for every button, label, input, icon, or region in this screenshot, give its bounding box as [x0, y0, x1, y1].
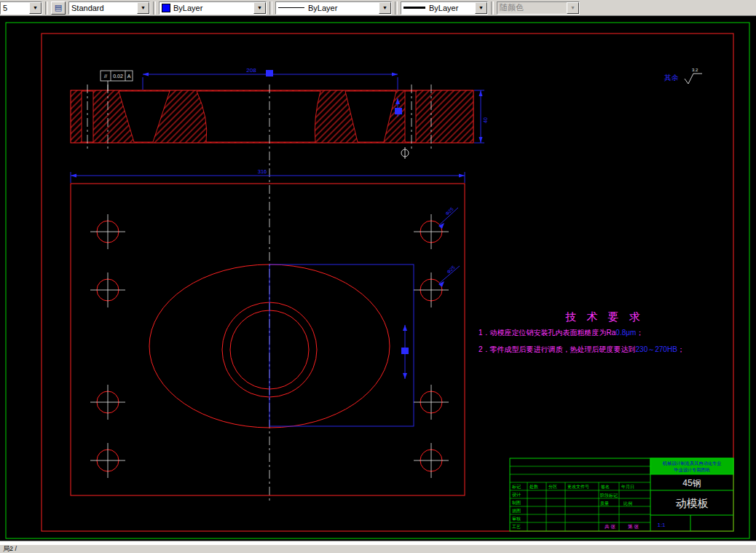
school-line-2: 毕业设计专用图纸 — [673, 467, 710, 473]
label-design: 设计 — [512, 492, 521, 497]
label-trace: 描图 — [512, 509, 521, 514]
tech-title: 技 术 要 求 — [565, 310, 644, 323]
lineweight-combo-value: ByLayer — [429, 4, 473, 12]
drawing-canvas[interactable]: // 0.02 A 208 316 40 — [0, 16, 756, 541]
linetype-combo-value: ByLayer — [308, 4, 377, 12]
section-mark-icon — [401, 147, 409, 159]
material-value: 45钢 — [682, 478, 701, 488]
color-combo[interactable]: ByLayer ▼ — [159, 1, 267, 15]
hole-leader: Φ25 — [438, 206, 458, 229]
school-line-1: 机械设计制造及其自动化专业 — [663, 460, 721, 466]
hole-label: Φ25 — [444, 206, 454, 216]
label-sign: 签名 — [601, 485, 610, 490]
section-view — [71, 90, 473, 143]
text-style-combo[interactable]: Standard ▼ — [68, 1, 150, 15]
tech-value: 230～270HB — [636, 345, 678, 353]
tech-text: 2．零件成型后要进行调质，热处理后硬度要达到 — [479, 345, 636, 353]
label-sheet-no: 第 张 — [628, 524, 639, 530]
lineweight-combo[interactable]: ByLayer ▼ — [401, 1, 488, 15]
tech-line-1: 1．动模座定位销安装孔内表面粗糙度为Ra0.8μm； — [479, 329, 643, 337]
lineweight-icon — [403, 7, 425, 9]
cavity-outline — [269, 264, 414, 426]
surface-finish-note: 其余 3.2 — [664, 68, 702, 84]
toolbar-separator — [491, 1, 494, 15]
label-process: 工艺 — [512, 524, 521, 529]
text-style-icon: ▤ — [55, 3, 62, 12]
layer-combo-value: 5 — [3, 4, 28, 12]
label-zone: 分区 — [548, 484, 557, 489]
label-check: 审核 — [512, 516, 521, 521]
chevron-down-icon[interactable]: ▼ — [29, 2, 42, 14]
model-space[interactable]: // 0.02 A 208 316 40 — [0, 16, 756, 541]
color-swatch-icon — [162, 4, 170, 12]
surface-label: 其余 — [664, 74, 679, 82]
part-name: 动模板 — [676, 497, 709, 509]
label-weight: 质量 — [600, 501, 609, 506]
tech-text: 1．动模座定位销安装孔内表面粗糙度为Ra — [479, 329, 616, 337]
top-toolbar: 5 ▼ ▤ Standard ▼ ByLayer ▼ ByLayer ▼ ByL… — [0, 0, 756, 16]
chevron-down-icon[interactable]: ▼ — [475, 2, 487, 14]
label-mark: 标记 — [511, 484, 521, 490]
roughness-icon — [685, 74, 702, 84]
chevron-down-icon: ▼ — [567, 2, 579, 14]
label-draft: 制图 — [512, 501, 521, 506]
label-sheets: 共 张 — [605, 524, 615, 530]
dimension-symbol — [395, 108, 402, 114]
tech-value: 0.8μm — [615, 329, 636, 337]
toolbar-separator — [153, 1, 156, 15]
dimension-208: 208 — [143, 67, 398, 90]
datum-frame: // 0.02 A — [101, 71, 133, 91]
layer-combo[interactable]: 5 ▼ — [0, 1, 42, 15]
label-date: 年月日 — [621, 485, 634, 490]
plot-style-combo: 随颜色 ▼ — [497, 1, 580, 15]
chevron-down-icon[interactable]: ▼ — [253, 2, 266, 14]
technical-requirements: 技 术 要 求 1．动模座定位销安装孔内表面粗糙度为Ra0.8μm； 2．零件成… — [479, 310, 685, 353]
tech-text: ； — [677, 345, 685, 353]
linetype-icon — [278, 7, 304, 8]
dimension-value: 208 — [246, 67, 256, 74]
chevron-down-icon[interactable]: ▼ — [379, 2, 391, 14]
dimension-value: 40 — [483, 117, 488, 123]
toolbar-separator — [395, 1, 398, 15]
dimension-value: 316 — [258, 168, 267, 175]
label-count: 处数 — [529, 484, 538, 490]
linetype-combo[interactable]: ByLayer ▼ — [275, 1, 392, 15]
status-bar: 局2 / — [0, 545, 756, 553]
dimension-40: 40 — [474, 90, 488, 143]
title-block: 机械设计制造及其自动化专业 毕业设计专用图纸 45钢 动模板 1:1 标记 处数 — [510, 458, 733, 531]
toolbar-separator — [269, 1, 272, 15]
toolbar-separator — [45, 1, 48, 15]
plan-vertical-dim — [401, 325, 409, 379]
centerlines — [87, 85, 431, 503]
text-style-value: Standard — [71, 4, 135, 12]
datum-ref: A — [127, 74, 131, 79]
plan-view — [71, 184, 465, 495]
color-combo-value: ByLayer — [173, 4, 252, 12]
status-text: 局2 / — [3, 545, 17, 552]
dimension-symbol — [401, 348, 409, 354]
tech-line-2: 2．零件成型后要进行调质，热处理后硬度要达到230～270HB； — [479, 345, 685, 353]
label-scale: 比例 — [623, 501, 632, 506]
datum-tolerance: 0.02 — [113, 74, 123, 79]
chevron-down-icon[interactable]: ▼ — [137, 2, 149, 14]
plot-style-value: 随颜色 — [500, 2, 565, 13]
text-style-button[interactable]: ▤ — [51, 1, 66, 15]
tech-text: ； — [636, 329, 643, 337]
dimension-symbol — [266, 70, 273, 77]
dimension-316: 316 — [71, 168, 465, 183]
label-stage: 阶段标记 — [600, 493, 618, 498]
scale-value: 1:1 — [657, 522, 666, 528]
surface-value: 3.2 — [692, 68, 698, 72]
datum-symbol: // — [104, 74, 107, 79]
label-change-doc: 更改文件号 — [567, 484, 589, 489]
hole-leader: Φ25 — [438, 264, 460, 287]
